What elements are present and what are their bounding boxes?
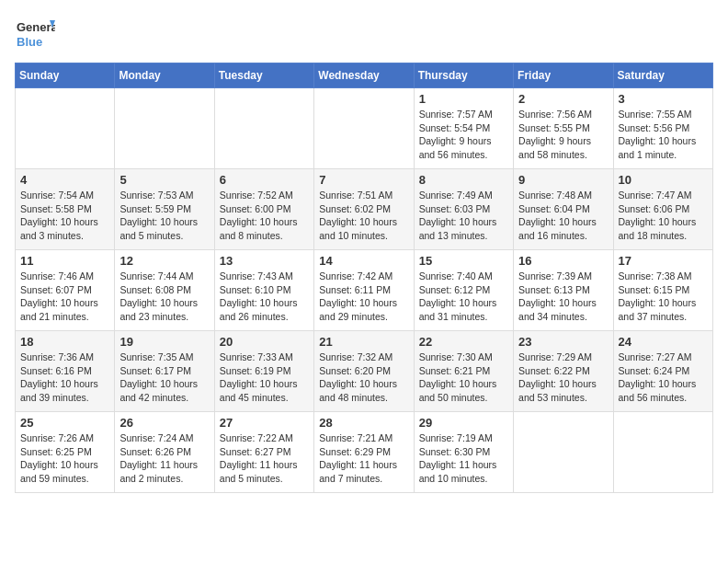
calendar-cell: 29Sunrise: 7:19 AMSunset: 6:30 PMDayligh… (414, 412, 513, 493)
svg-text:General: General (17, 20, 55, 34)
svg-text:Blue: Blue (17, 35, 42, 49)
day-number: 17 (619, 254, 708, 268)
day-info: Sunrise: 7:39 AMSunset: 6:13 PMDaylight:… (518, 270, 608, 324)
day-info: Sunrise: 7:56 AMSunset: 5:55 PMDaylight:… (518, 108, 608, 162)
calendar-cell: 2Sunrise: 7:56 AMSunset: 5:55 PMDaylight… (514, 88, 613, 169)
day-number: 10 (619, 173, 708, 187)
day-number: 12 (119, 254, 209, 268)
calendar-cell: 1Sunrise: 7:57 AMSunset: 5:54 PMDaylight… (414, 88, 513, 169)
day-number: 28 (319, 416, 408, 430)
logo-icon: General Blue (15, 15, 55, 55)
day-number: 8 (419, 173, 508, 187)
calendar-cell (514, 412, 613, 493)
calendar-cell: 16Sunrise: 7:39 AMSunset: 6:13 PMDayligh… (514, 250, 613, 331)
day-info: Sunrise: 7:55 AMSunset: 5:56 PMDaylight:… (619, 108, 708, 162)
day-info: Sunrise: 7:36 AMSunset: 6:16 PMDaylight:… (20, 350, 109, 405)
day-info: Sunrise: 7:33 AMSunset: 6:19 PMDaylight:… (220, 350, 309, 405)
day-number: 25 (20, 416, 109, 430)
day-number: 23 (518, 335, 608, 349)
day-info: Sunrise: 7:57 AMSunset: 5:54 PMDaylight:… (419, 108, 508, 162)
day-info: Sunrise: 7:21 AMSunset: 6:29 PMDaylight:… (319, 431, 408, 486)
day-number: 29 (419, 416, 508, 430)
day-info: Sunrise: 7:51 AMSunset: 6:02 PMDaylight:… (319, 189, 408, 243)
calendar-cell: 13Sunrise: 7:43 AMSunset: 6:10 PMDayligh… (214, 250, 313, 331)
day-number: 9 (518, 173, 608, 187)
day-number: 5 (119, 173, 209, 187)
day-info: Sunrise: 7:53 AMSunset: 5:59 PMDaylight:… (119, 189, 209, 243)
calendar-cell (613, 412, 712, 493)
day-info: Sunrise: 7:24 AMSunset: 6:26 PMDaylight:… (119, 431, 209, 486)
calendar-table: SundayMondayTuesdayWednesdayThursdayFrid… (15, 63, 713, 493)
calendar-cell: 23Sunrise: 7:29 AMSunset: 6:22 PMDayligh… (514, 331, 613, 412)
calendar-cell: 20Sunrise: 7:33 AMSunset: 6:19 PMDayligh… (214, 331, 313, 412)
day-of-week-header: Sunday (16, 63, 115, 88)
page-header: General Blue (15, 15, 713, 55)
calendar-body: 1Sunrise: 7:57 AMSunset: 5:54 PMDaylight… (16, 88, 713, 493)
day-info: Sunrise: 7:27 AMSunset: 6:24 PMDaylight:… (619, 350, 708, 405)
day-number: 1 (419, 92, 508, 106)
day-of-week-header: Tuesday (214, 63, 313, 88)
calendar-cell: 25Sunrise: 7:26 AMSunset: 6:25 PMDayligh… (16, 412, 115, 493)
day-number: 24 (619, 335, 708, 349)
day-number: 3 (619, 92, 708, 106)
day-info: Sunrise: 7:52 AMSunset: 6:00 PMDaylight:… (220, 189, 309, 243)
day-number: 7 (319, 173, 408, 187)
logo: General Blue (15, 15, 55, 55)
calendar-cell (314, 88, 414, 169)
calendar-cell: 15Sunrise: 7:40 AMSunset: 6:12 PMDayligh… (414, 250, 513, 331)
calendar-cell: 22Sunrise: 7:30 AMSunset: 6:21 PMDayligh… (414, 331, 513, 412)
calendar-week-row: 4Sunrise: 7:54 AMSunset: 5:58 PMDaylight… (16, 169, 713, 250)
calendar-cell: 3Sunrise: 7:55 AMSunset: 5:56 PMDaylight… (613, 88, 712, 169)
day-info: Sunrise: 7:49 AMSunset: 6:03 PMDaylight:… (419, 189, 508, 243)
day-number: 11 (20, 254, 109, 268)
day-info: Sunrise: 7:43 AMSunset: 6:10 PMDaylight:… (220, 270, 309, 324)
calendar-cell: 12Sunrise: 7:44 AMSunset: 6:08 PMDayligh… (115, 250, 214, 331)
calendar-cell: 4Sunrise: 7:54 AMSunset: 5:58 PMDaylight… (16, 169, 115, 250)
calendar-cell: 18Sunrise: 7:36 AMSunset: 6:16 PMDayligh… (16, 331, 115, 412)
day-number: 26 (119, 416, 209, 430)
day-info: Sunrise: 7:22 AMSunset: 6:27 PMDaylight:… (220, 431, 309, 486)
calendar-cell: 8Sunrise: 7:49 AMSunset: 6:03 PMDaylight… (414, 169, 513, 250)
day-number: 14 (319, 254, 408, 268)
day-info: Sunrise: 7:26 AMSunset: 6:25 PMDaylight:… (20, 431, 109, 486)
day-number: 21 (319, 335, 408, 349)
day-number: 2 (518, 92, 608, 106)
day-info: Sunrise: 7:29 AMSunset: 6:22 PMDaylight:… (518, 350, 608, 405)
day-number: 18 (20, 335, 109, 349)
calendar-cell (115, 88, 214, 169)
calendar-cell (16, 88, 115, 169)
day-info: Sunrise: 7:40 AMSunset: 6:12 PMDaylight:… (419, 270, 508, 324)
day-info: Sunrise: 7:44 AMSunset: 6:08 PMDaylight:… (119, 270, 209, 324)
day-info: Sunrise: 7:48 AMSunset: 6:04 PMDaylight:… (518, 189, 608, 243)
day-info: Sunrise: 7:35 AMSunset: 6:17 PMDaylight:… (119, 350, 209, 405)
day-number: 13 (220, 254, 309, 268)
calendar-cell: 19Sunrise: 7:35 AMSunset: 6:17 PMDayligh… (115, 331, 214, 412)
day-number: 4 (20, 173, 109, 187)
day-info: Sunrise: 7:46 AMSunset: 6:07 PMDaylight:… (20, 270, 109, 324)
day-number: 19 (119, 335, 209, 349)
day-number: 15 (419, 254, 508, 268)
calendar-cell: 11Sunrise: 7:46 AMSunset: 6:07 PMDayligh… (16, 250, 115, 331)
day-of-week-header: Saturday (613, 63, 712, 88)
calendar-cell: 21Sunrise: 7:32 AMSunset: 6:20 PMDayligh… (314, 331, 414, 412)
calendar-cell: 9Sunrise: 7:48 AMSunset: 6:04 PMDaylight… (514, 169, 613, 250)
day-of-week-header: Monday (115, 63, 214, 88)
calendar-cell: 14Sunrise: 7:42 AMSunset: 6:11 PMDayligh… (314, 250, 414, 331)
day-of-week-header: Thursday (414, 63, 513, 88)
calendar-cell: 24Sunrise: 7:27 AMSunset: 6:24 PMDayligh… (613, 331, 712, 412)
day-of-week-header: Wednesday (314, 63, 414, 88)
day-info: Sunrise: 7:38 AMSunset: 6:15 PMDaylight:… (619, 270, 708, 324)
day-number: 16 (518, 254, 608, 268)
day-number: 20 (220, 335, 309, 349)
day-number: 27 (220, 416, 309, 430)
calendar-cell: 17Sunrise: 7:38 AMSunset: 6:15 PMDayligh… (613, 250, 712, 331)
calendar-cell: 28Sunrise: 7:21 AMSunset: 6:29 PMDayligh… (314, 412, 414, 493)
day-info: Sunrise: 7:54 AMSunset: 5:58 PMDaylight:… (20, 189, 109, 243)
calendar-cell: 6Sunrise: 7:52 AMSunset: 6:00 PMDaylight… (214, 169, 313, 250)
day-info: Sunrise: 7:19 AMSunset: 6:30 PMDaylight:… (419, 431, 508, 486)
calendar-cell: 26Sunrise: 7:24 AMSunset: 6:26 PMDayligh… (115, 412, 214, 493)
day-info: Sunrise: 7:42 AMSunset: 6:11 PMDaylight:… (319, 270, 408, 324)
calendar-cell (214, 88, 313, 169)
day-of-week-header: Friday (514, 63, 613, 88)
days-of-week-row: SundayMondayTuesdayWednesdayThursdayFrid… (16, 63, 713, 88)
